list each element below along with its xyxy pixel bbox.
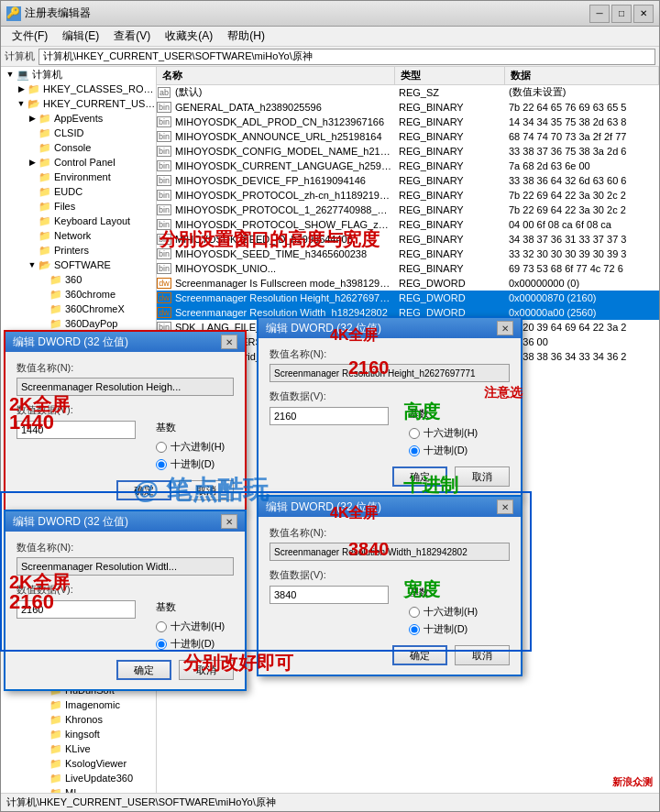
- dialog2-ok-button[interactable]: 确定: [392, 466, 447, 487]
- reg-data: 33 32 30 30 30 39 30 39 3: [505, 248, 659, 259]
- dialog2-close-button[interactable]: ✕: [497, 321, 513, 335]
- tree-item-klive[interactable]: 📁 KLive: [1, 741, 156, 756]
- col-data-header[interactable]: 数据: [505, 67, 659, 84]
- table-row[interactable]: bin MIHOYOSDK_PROTOCOL_1_2627740988_zh-c…: [157, 203, 659, 217]
- tree-item-imagenomic[interactable]: 📁 Imagenomic: [1, 697, 156, 712]
- reg-data: 36 36 00: [505, 336, 659, 347]
- dialog2-name-input[interactable]: [270, 364, 510, 382]
- folder-open-icon: 📂: [38, 258, 52, 272]
- menu-file[interactable]: 文件(F): [5, 27, 55, 46]
- dialog2-base-label: 基数: [409, 407, 478, 421]
- tree-item-software[interactable]: ▼ 📂 SOFTWARE: [1, 258, 156, 272]
- table-row[interactable]: bin MIHOYOSDK_SEED_ID_h2996644406 REG_BI…: [157, 232, 659, 247]
- dialog2-value-label: 数值数据(V):: [270, 390, 510, 403]
- tree-item-files[interactable]: 📁 Files: [1, 199, 156, 214]
- table-row[interactable]: bin MIHOYOSDK_CURRENT_LANGUAGE_h25914978…: [157, 159, 659, 173]
- maximize-button[interactable]: □: [611, 5, 632, 23]
- tree-item-ksologviewer[interactable]: 📁 KsologViewer: [1, 756, 156, 771]
- menu-help[interactable]: 帮助(H): [220, 27, 272, 46]
- table-row[interactable]: bin MIHOYOSDK_PROTOCOL_zh-cn_h1189219383…: [157, 188, 659, 203]
- tree-item-computer[interactable]: ▼ 💻 计算机: [1, 67, 156, 82]
- tree-item-network[interactable]: 📁 Network: [1, 228, 156, 243]
- dialog3-name-input[interactable]: [16, 557, 234, 576]
- dialog4-value-label: 数值数据(V):: [270, 568, 510, 582]
- tree-label: CLSID: [52, 127, 83, 138]
- dialog2-cancel-button[interactable]: 取消: [455, 466, 510, 487]
- tree-item-360chrome[interactable]: 📁 360chrome: [1, 287, 156, 302]
- table-row[interactable]: bin MIHOYOSDK_CONFIG_MODEL_NAME_h2176277…: [157, 144, 659, 159]
- col-type-header[interactable]: 类型: [395, 67, 505, 84]
- tree-item-environment[interactable]: 📁 Environment: [1, 170, 156, 184]
- folder-open-icon: 📂: [27, 96, 41, 111]
- dialog1-name-input[interactable]: [16, 378, 234, 396]
- dialog1-dec-radio[interactable]: 十进制(D): [156, 457, 225, 471]
- tree-item-360daypop[interactable]: 📁 360DayPop: [1, 316, 156, 331]
- minimize-button[interactable]: ─: [589, 5, 610, 23]
- tree-item-mi[interactable]: 📁 MI: [1, 785, 156, 793]
- menu-view[interactable]: 查看(V): [106, 27, 158, 46]
- reg-data: 69 73 53 68 6f 77 4c 72 6: [505, 263, 659, 274]
- table-row[interactable]: bin GENERAL_DATA_h2389025596 REG_BINARY …: [157, 100, 659, 115]
- dialog2-value-input[interactable]: [270, 407, 389, 425]
- tree-item-kingsoft[interactable]: 📁 kingsoft: [1, 727, 156, 741]
- dialog4-close-button[interactable]: ✕: [497, 499, 513, 514]
- dialog3-hex-radio[interactable]: 十六进制(H): [156, 620, 225, 633]
- table-row[interactable]: bin MIHOYOSDK_ADL_PROD_CN_h3123967166 RE…: [157, 115, 659, 129]
- col-name-header[interactable]: 名称: [157, 67, 395, 84]
- dialog1-value-label: 数值数据(V):: [16, 403, 234, 417]
- tree-item-appevents[interactable]: ▶ 📁 AppEvents: [1, 111, 156, 126]
- dialog3-ok-button[interactable]: 确定: [116, 660, 171, 680]
- dialog1-value-input[interactable]: [16, 421, 136, 439]
- tree-item-printers[interactable]: 📁 Printers: [1, 243, 156, 258]
- tree-item-360[interactable]: 📁 360: [1, 272, 156, 287]
- tree-label: kingsoft: [63, 729, 100, 740]
- table-row[interactable]: dw Screenmanager Resolution Height_h2627…: [157, 291, 659, 305]
- table-row[interactable]: bin MIHOYOSDK_ANNOUNCE_URL_h25198164 REG…: [157, 129, 659, 144]
- reg-name: MIHOYOSDK_ADL_PROD_CN_h3123967166: [171, 116, 395, 127]
- title-bar: 🔑 注册表编辑器 ─ □ ✕: [1, 1, 659, 27]
- menu-favorites[interactable]: 收藏夹(A): [158, 27, 220, 46]
- close-button[interactable]: ✕: [633, 5, 654, 23]
- dialog3-dec-radio[interactable]: 十进制(D): [156, 637, 225, 651]
- tree-item-keyboard[interactable]: 📁 Keyboard Layout: [1, 214, 156, 228]
- dialog4-name-input[interactable]: [270, 543, 510, 561]
- tree-item-eudc[interactable]: 📁 EUDC: [1, 184, 156, 199]
- table-row[interactable]: dw Screenmanager Is Fullscreen mode_h398…: [157, 276, 659, 291]
- dialog2-dec-radio[interactable]: 十进制(D): [409, 444, 478, 457]
- reg-name: GENERAL_DATA_h2389025596: [171, 102, 395, 113]
- dialog1-ok-button[interactable]: 确定: [116, 480, 171, 500]
- address-path[interactable]: 计算机\HKEY_CURRENT_USER\SOFTWARE\miHoYo\原神: [38, 49, 655, 65]
- dialog4-cancel-button[interactable]: 取消: [455, 645, 510, 665]
- dialog3-close-button[interactable]: ✕: [221, 514, 237, 529]
- table-row[interactable]: bin MIHOYOSDK_DEVICE_FP_h1619094146 REG_…: [157, 173, 659, 188]
- table-row[interactable]: ab (默认) REG_SZ (数值未设置): [157, 85, 659, 100]
- tree-label: KLive: [63, 743, 91, 754]
- dialog1-hex-radio[interactable]: 十六进制(H): [156, 440, 225, 454]
- dialog1-cancel-button[interactable]: 取消: [179, 480, 234, 500]
- tree-item-360chromex[interactable]: 📁 360ChromeX: [1, 302, 156, 316]
- table-row[interactable]: bin MIHOYOSDK_UNIO... REG_BINARY 69 73 5…: [157, 261, 659, 276]
- dialog3-value-input[interactable]: [16, 600, 136, 619]
- tree-item-console[interactable]: 📁 Console: [1, 140, 156, 155]
- dialog4-ok-button[interactable]: 确定: [392, 645, 447, 665]
- dialog-width-2k: 编辑 DWORD (32 位值) ✕ 数值名称(N): 数值数据(V): 基数 …: [4, 510, 247, 691]
- tree-item-hkcu[interactable]: ▼ 📂 HKEY_CURRENT_USER: [1, 96, 156, 111]
- dialog4-value-input[interactable]: [270, 586, 389, 604]
- dialog1-close-button[interactable]: ✕: [221, 335, 237, 349]
- dialog4-hex-radio[interactable]: 十六进制(H): [409, 605, 478, 619]
- dialog3-cancel-button[interactable]: 取消: [179, 660, 234, 680]
- dialog2-hex-radio[interactable]: 十六进制(H): [409, 426, 478, 440]
- reg-name: (默认): [171, 85, 395, 99]
- table-row[interactable]: bin MIHOYOSDK_PROTOCOL_SHOW_FLAG_zh-cn_h…: [157, 217, 659, 232]
- tree-item-controlpanel[interactable]: ▶ 📁 Control Panel: [1, 155, 156, 170]
- expand-icon: ▼: [5, 67, 16, 82]
- table-row[interactable]: bin MIHOYOSDK_SEED_TIME_h3465600238 REG_…: [157, 247, 659, 261]
- tree-item-khronos[interactable]: 📁 Khronos: [1, 712, 156, 727]
- tree-item-liveupdate360[interactable]: 📁 LiveUpdate360: [1, 771, 156, 785]
- tree-label: Imagenomic: [63, 699, 120, 710]
- tree-item-hkcr[interactable]: ▶ 📁 HKEY_CLASSES_ROOT: [1, 82, 156, 96]
- dialog4-dec-radio[interactable]: 十进制(D): [409, 622, 478, 636]
- tree-item-clsid[interactable]: 📁 CLSID: [1, 126, 156, 140]
- address-bar: 计算机 计算机\HKEY_CURRENT_USER\SOFTWARE\miHoY…: [1, 47, 659, 67]
- menu-edit[interactable]: 编辑(E): [55, 27, 106, 46]
